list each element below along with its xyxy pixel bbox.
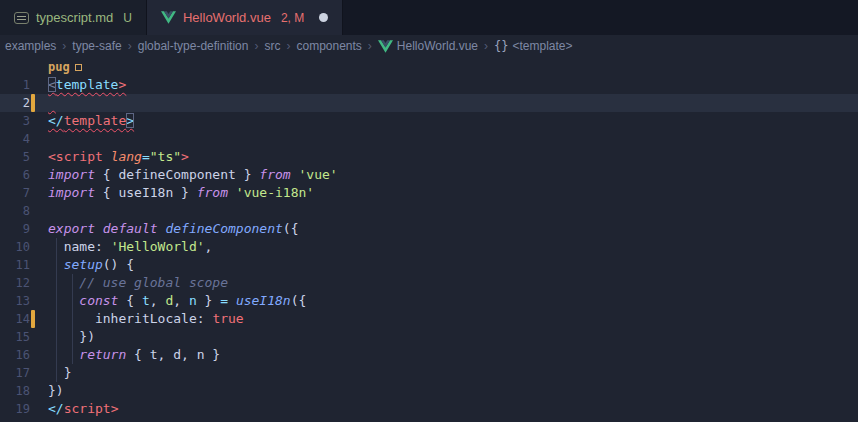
unsaved-changes-dot-icon[interactable] [319,13,328,22]
code-line-content: import { defineComponent } from 'vue' [48,166,338,184]
line-number[interactable]: 8 [0,202,30,220]
line-number[interactable]: 12 [0,274,30,292]
language-decoration-label: pug [48,60,70,74]
line-number[interactable]: 19 [0,400,30,418]
line-number[interactable]: 16 [0,346,30,364]
line-number[interactable]: 3 [0,112,30,130]
code-token: = [142,149,150,164]
code-line-content: name: 'HelloWorld', [48,238,212,256]
line-number[interactable]: 6 [0,166,30,184]
breadcrumb-label: HelloWorld.vue [397,39,478,53]
code-token [48,293,79,308]
code-line-content: <script lang="ts"> [48,148,189,166]
breadcrumb-item-5[interactable]: components [296,39,361,53]
line-number[interactable]: 4 [0,130,30,148]
code-line[interactable]: 18}) [0,382,858,400]
code-line-content: inheritLocale: true [48,310,244,328]
breadcrumb-item-6[interactable]: HelloWorld.vue [378,39,478,53]
git-modified-gutter-bar[interactable] [31,310,35,328]
code-line[interactable]: 19</script> [0,400,858,418]
line-number[interactable]: 2 [0,94,30,112]
code-token: () { [103,257,134,272]
code-token: { defineComponent } [95,167,259,182]
breadcrumb-label: examples [5,39,56,53]
code-token: > [118,77,126,92]
chevron-right-icon: › [286,39,290,53]
line-number[interactable]: 14 [0,310,30,328]
line-number[interactable]: 17 [0,364,30,382]
code-token: const [79,293,118,308]
breadcrumb-item-2[interactable]: type-safe [72,39,121,53]
line-number[interactable]: 1 [0,76,30,94]
line-number[interactable]: 18 [0,382,30,400]
code-token: < [48,77,56,92]
breadcrumb-label: src [264,39,280,53]
tab-helloworld-vue[interactable]: HelloWorld.vue2, M [147,0,343,35]
code-line[interactable]: 6import { defineComponent } from 'vue' [0,166,858,184]
line-number[interactable]: 15 [0,328,30,346]
code-token: </ [48,401,64,416]
code-editor[interactable]: pug 1<template>2 3</template>45<script l… [0,57,858,422]
code-token: lang [111,149,142,164]
code-line[interactable]: 4 [0,130,858,148]
code-line[interactable]: 7import { useI18n } from 'vue-i18n' [0,184,858,202]
code-token: inheritLocale: [48,311,212,326]
tab-git-status-badge: U [123,11,132,25]
code-line[interactable]: 8 [0,202,858,220]
code-line[interactable]: 12 // use global scope [0,274,858,292]
code-token: template [64,113,127,128]
code-line[interactable]: 10 name: 'HelloWorld', [0,238,858,256]
code-line[interactable]: 13 const { t, d, n } = useI18n({ [0,292,858,310]
line-number[interactable]: 10 [0,238,30,256]
code-token: > [126,113,134,128]
tab-git-status-badge: 2, M [281,11,304,25]
code-line[interactable]: 1<template> [0,76,858,94]
git-modified-gutter-bar[interactable] [31,94,35,112]
code-token: name: [48,239,111,254]
tab-label: HelloWorld.vue [183,10,271,25]
code-token: }) [48,383,64,398]
code-line[interactable]: 2 [0,94,858,112]
code-token: template [56,77,119,92]
line-number[interactable]: 13 [0,292,30,310]
breadcrumb-label: type-safe [72,39,121,53]
code-token: , [150,293,166,308]
code-line[interactable]: 17 } [0,364,858,382]
code-token: ({ [291,293,307,308]
code-token: // use global scope [79,275,228,290]
template-language-decoration[interactable]: pug [48,59,82,75]
breadcrumb-label: <template> [512,39,572,53]
code-token: { useI18n } [95,185,197,200]
breadcrumb-item-3[interactable]: global-type-definition [138,39,249,53]
code-line[interactable]: 15 }) [0,328,858,346]
code-token: setup [64,257,103,272]
line-number[interactable]: 9 [0,220,30,238]
code-line[interactable]: 16 return { t, d, n } [0,346,858,364]
code-line[interactable]: 5<script lang="ts"> [0,148,858,166]
code-token: { [118,293,141,308]
vue-logo-icon [378,40,393,53]
code-token [95,221,103,236]
vue-logo-icon [161,11,176,24]
line-number[interactable]: 5 [0,148,30,166]
code-token: t [142,293,150,308]
code-line-content: // use global scope [48,274,228,292]
tab-typescript-md[interactable]: typescript.mdU [0,0,147,35]
breadcrumb-item-7[interactable]: {}<template> [494,39,573,53]
line-number[interactable]: 7 [0,184,30,202]
code-token: } [197,293,220,308]
line-number[interactable]: 11 [0,256,30,274]
code-line-content: return { t, d, n } [48,346,220,364]
code-line[interactable]: 14 inheritLocale: true [0,310,858,328]
code-line-content: } [48,364,71,382]
code-token: } [48,365,71,380]
breadcrumb-item-1[interactable]: examples [5,39,56,53]
breadcrumb-label: global-type-definition [138,39,249,53]
breadcrumb-item-4[interactable]: src [264,39,280,53]
code-token: = [220,293,228,308]
code-line[interactable]: 9export default defineComponent({ [0,220,858,238]
code-token: <script [48,149,103,164]
code-line[interactable]: 11 setup() { [0,256,858,274]
code-line[interactable]: 3</template> [0,112,858,130]
chevron-right-icon: › [128,39,132,53]
